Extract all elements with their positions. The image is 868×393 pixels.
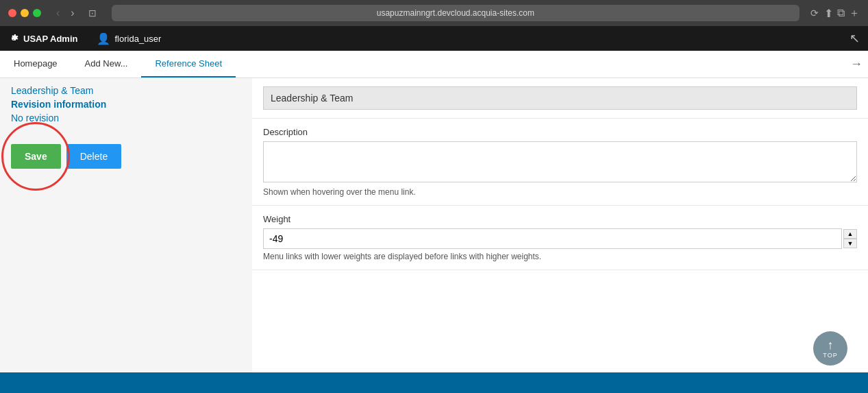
description-row: Description Shown when hovering over the… xyxy=(252,119,868,206)
scroll-top-label: TOP xyxy=(823,352,837,359)
forward-button[interactable]: › xyxy=(66,5,78,21)
weight-label: Weight xyxy=(263,214,857,224)
browser-window-controls xyxy=(8,9,41,17)
main-content: Leadership & Team Description Shown when… xyxy=(252,78,868,372)
nav-reference-sheet[interactable]: Reference Sheet xyxy=(141,51,236,78)
nav-scroll-right[interactable]: → xyxy=(850,57,863,71)
scroll-to-top-button[interactable]: ↑ TOP xyxy=(813,331,847,366)
maximize-dot[interactable] xyxy=(33,9,41,17)
minimize-dot[interactable] xyxy=(21,9,29,17)
section-title: Leadership & Team xyxy=(263,86,857,110)
actions-area: Save Delete xyxy=(0,130,252,182)
admin-user[interactable]: 👤 florida_user xyxy=(97,32,161,45)
save-button[interactable]: Save xyxy=(11,144,61,169)
browser-actions: ⬆ ⧉ ＋ xyxy=(824,6,860,21)
delete-button[interactable]: Delete xyxy=(66,144,121,169)
admin-bar: USAP Admin 👤 florida_user ↖ xyxy=(0,26,868,51)
window-mode-button[interactable]: ⊡ xyxy=(84,6,101,20)
browser-chrome: ‹ › ⊡ usapuzmainngrt.devcloud.acquia-sit… xyxy=(0,0,868,26)
url-bar[interactable]: usapuzmainngrt.devcloud.acquia-sites.com xyxy=(112,5,799,21)
close-dot[interactable] xyxy=(8,9,16,17)
nav-end: → xyxy=(850,51,868,78)
weight-helper: Menu links with lower weights are displa… xyxy=(263,252,857,261)
copy-button[interactable]: ⧉ xyxy=(837,6,845,21)
new-tab-button[interactable]: ＋ xyxy=(849,6,860,21)
section-title-row: Leadership & Team xyxy=(252,78,868,119)
sidebar-section: Leadership & Team Revision information N… xyxy=(0,78,252,130)
description-textarea[interactable] xyxy=(263,141,857,182)
weight-row: Weight -49 ▲ ▼ Menu links with lower wei… xyxy=(252,206,868,270)
user-icon: 👤 xyxy=(97,32,110,45)
top-nav: Homepage Add New... Reference Sheet → xyxy=(0,51,868,78)
weight-up-button[interactable]: ▲ xyxy=(843,229,857,239)
nav-homepage[interactable]: Homepage xyxy=(0,51,71,78)
cursor-indicator: ↖ xyxy=(850,31,860,46)
description-label: Description xyxy=(263,127,857,137)
url-text: usapuzmainngrt.devcloud.acquia-sites.com xyxy=(377,8,534,18)
back-button[interactable]: ‹ xyxy=(52,5,64,21)
sidebar-leadership-link[interactable]: Leadership & Team xyxy=(11,85,241,96)
browser-nav: ‹ › xyxy=(52,5,79,21)
admin-logo-label: USAP Admin xyxy=(23,34,77,44)
share-button[interactable]: ⬆ xyxy=(824,6,833,21)
user-label: florida_user xyxy=(114,34,161,44)
page-content: Leadership & Team Revision information N… xyxy=(0,78,868,372)
weight-spinner: ▲ ▼ xyxy=(843,229,857,248)
weight-select-row: -49 ▲ ▼ xyxy=(263,228,857,249)
sidebar: Leadership & Team Revision information N… xyxy=(0,78,252,372)
sidebar-no-revision-link[interactable]: No revision xyxy=(11,112,241,123)
description-helper: Shown when hovering over the menu link. xyxy=(263,187,857,197)
scroll-top-arrow-icon: ↑ xyxy=(828,339,834,351)
weight-down-button[interactable]: ▼ xyxy=(843,239,857,248)
weight-select[interactable]: -49 xyxy=(263,228,842,249)
gear-icon xyxy=(8,33,19,44)
nav-add-new[interactable]: Add New... xyxy=(71,51,142,78)
sidebar-revision-info-link[interactable]: Revision information xyxy=(11,99,241,110)
reload-button[interactable]: ⟳ xyxy=(810,8,819,19)
admin-logo[interactable]: USAP Admin xyxy=(8,33,77,44)
